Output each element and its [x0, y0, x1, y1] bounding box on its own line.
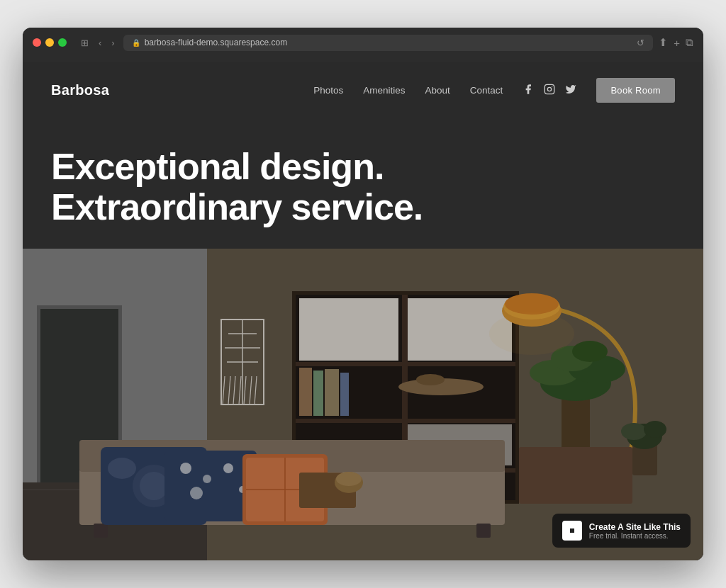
nav-link-amenities[interactable]: Amenities	[363, 85, 405, 96]
social-icons	[523, 84, 576, 97]
nav-link-photos[interactable]: Photos	[313, 85, 343, 96]
svg-rect-0	[545, 84, 554, 94]
badge-title: Create A Site Like This	[589, 522, 681, 532]
squarespace-logo	[562, 521, 582, 541]
windows-icon[interactable]: ⧉	[686, 36, 693, 49]
badge-text-block: Create A Site Like This Free trial. Inst…	[589, 522, 681, 540]
squarespace-badge[interactable]: Create A Site Like This Free trial. Inst…	[552, 514, 691, 548]
browser-controls: ⊞ ‹ ›	[78, 36, 118, 50]
back-button[interactable]: ‹	[96, 36, 104, 50]
site-logo[interactable]: Barbosa	[51, 82, 109, 98]
browser-titlebar: ⊞ ‹ › 🔒 barbosa-fluid-demo.squarespace.c…	[33, 35, 693, 51]
hero-image-container: Create A Site Like This Free trial. Inst…	[23, 249, 703, 560]
browser-chrome: ⊞ ‹ › 🔒 barbosa-fluid-demo.squarespace.c…	[23, 28, 703, 62]
traffic-lights	[33, 38, 67, 47]
svg-point-1	[548, 87, 552, 91]
badge-subtitle: Free trial. Instant access.	[589, 532, 681, 540]
forward-button[interactable]: ›	[108, 36, 117, 50]
lock-icon: 🔒	[132, 39, 140, 47]
website: Barbosa Photos Amenities About Contact	[23, 62, 703, 560]
hero-headline-line1: Exceptional design.	[51, 146, 384, 187]
maximize-button[interactable]	[58, 38, 67, 47]
address-bar[interactable]: 🔒 barbosa-fluid-demo.squarespace.com ↺	[123, 35, 654, 51]
facebook-icon[interactable]	[523, 84, 534, 97]
new-tab-icon[interactable]: +	[674, 37, 680, 49]
share-icon[interactable]: ⬆	[659, 36, 668, 49]
site-nav: Photos Amenities About Contact	[313, 78, 675, 103]
hero-text: Exceptional design. Extraordinary servic…	[23, 118, 703, 249]
hero-headline: Exceptional design. Extraordinary servic…	[51, 147, 675, 227]
address-bar-row: 🔒 barbosa-fluid-demo.squarespace.com ↺ ⬆…	[123, 35, 693, 51]
nav-link-about[interactable]: About	[425, 85, 450, 96]
nav-link-contact[interactable]: Contact	[470, 85, 503, 96]
hero-section: Exceptional design. Extraordinary servic…	[23, 118, 703, 560]
svg-point-2	[552, 86, 552, 86]
url-text: barbosa-fluid-demo.squarespace.com	[145, 38, 287, 47]
instagram-icon[interactable]	[544, 84, 555, 97]
browser-actions: ⬆ + ⧉	[659, 36, 693, 49]
close-button[interactable]	[33, 38, 41, 47]
browser-window: ⊞ ‹ › 🔒 barbosa-fluid-demo.squarespace.c…	[23, 28, 703, 560]
browser-tabs	[33, 57, 693, 62]
site-header: Barbosa Photos Amenities About Contact	[23, 62, 703, 118]
window-icon[interactable]: ⊞	[78, 36, 91, 50]
hero-image: Create A Site Like This Free trial. Inst…	[23, 249, 703, 560]
refresh-icon[interactable]: ↺	[637, 38, 644, 48]
hero-headline-line2: Extraordinary service.	[51, 186, 423, 227]
minimize-button[interactable]	[45, 38, 54, 47]
book-room-button[interactable]: Book Room	[596, 78, 675, 103]
twitter-icon[interactable]	[565, 84, 576, 97]
